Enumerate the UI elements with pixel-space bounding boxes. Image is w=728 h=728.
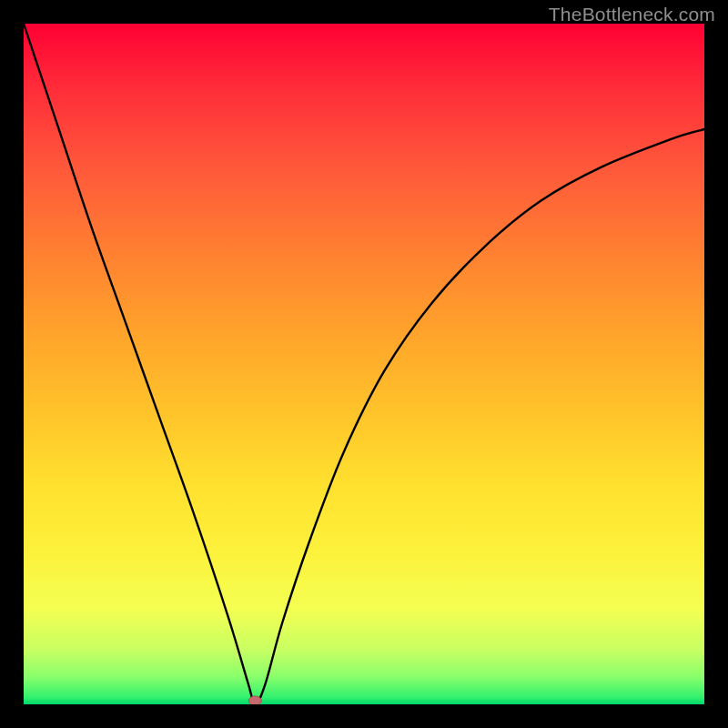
chart-plot-area: [24, 24, 704, 704]
chart-curve-layer: [24, 24, 704, 704]
marker-min: [248, 696, 261, 704]
chart-frame: TheBottleneck.com: [0, 0, 728, 728]
bottleneck-curve: [24, 24, 704, 704]
watermark-text: TheBottleneck.com: [549, 4, 715, 25]
